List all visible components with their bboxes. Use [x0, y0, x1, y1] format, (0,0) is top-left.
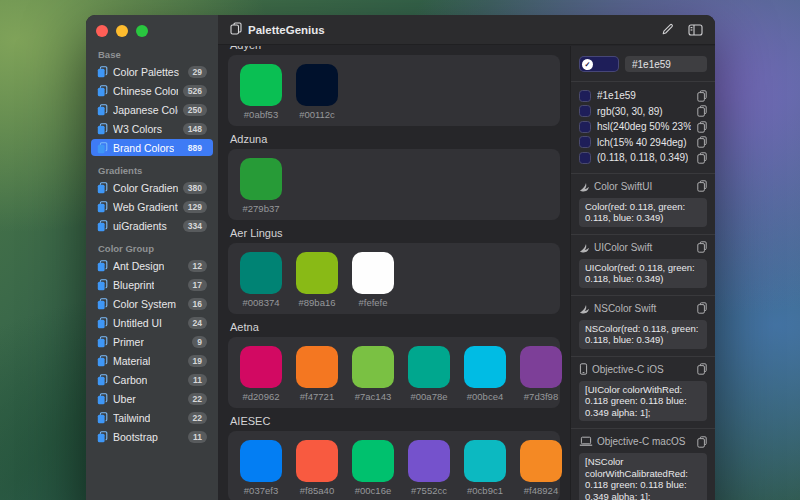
sidebar-item-uigradients[interactable]: uiGradients334 — [91, 217, 213, 234]
format-row[interactable]: #1e1e59 — [579, 88, 707, 104]
palette-name: AIESEC — [230, 415, 570, 427]
sidebar-item-w3-colors[interactable]: W3 Colors148 — [91, 120, 213, 137]
palette-name: Aetna — [230, 321, 570, 333]
color-well[interactable]: ✓ — [579, 56, 619, 72]
clipboard-icon[interactable] — [697, 180, 707, 192]
color-swatch[interactable] — [240, 64, 282, 106]
sidebar-item-color-system[interactable]: Color System16 — [91, 295, 213, 312]
clipboard-icon[interactable] — [697, 152, 707, 164]
snippet-code: NSColor(red: 0.118, green: 0.118, blue: … — [579, 320, 707, 349]
sidebar-item-bootstrap[interactable]: Bootstrap11 — [91, 428, 213, 445]
clipboard-icon[interactable] — [697, 105, 707, 117]
clipboard-icon[interactable] — [697, 90, 707, 102]
format-row[interactable]: hsl(240deg 50% 23%) — [579, 119, 707, 135]
color-swatch[interactable] — [240, 440, 282, 482]
snippet-title: UIColor Swift — [594, 242, 652, 253]
sidebar-item-blueprint[interactable]: Blueprint17 — [91, 276, 213, 293]
color-swatch[interactable] — [464, 440, 506, 482]
color-swatch[interactable] — [296, 64, 338, 106]
swatch-hex-label: #0cb9c1 — [464, 485, 506, 496]
hex-input[interactable] — [625, 56, 707, 72]
color-swatch[interactable] — [296, 346, 338, 388]
format-swatch — [579, 90, 591, 102]
swatch-hex-label: #f47721 — [296, 391, 338, 402]
swatch-block: #f85a40 — [296, 440, 338, 496]
palette-doc-icon — [97, 85, 108, 97]
swatch-block: #7ac143 — [352, 346, 394, 402]
clipboard-icon[interactable] — [697, 121, 707, 133]
snippet-title: Color SwiftUI — [594, 181, 652, 192]
sidebar-item-japanese-color[interactable]: Japanese Color250 — [91, 101, 213, 118]
count-badge: 526 — [183, 85, 207, 97]
color-swatch[interactable] — [240, 158, 282, 200]
snippet-color-swiftui: Color SwiftUIColor(red: 0.118, green: 0.… — [571, 173, 715, 234]
color-swatch[interactable] — [352, 346, 394, 388]
color-swatch[interactable] — [296, 252, 338, 294]
color-swatch[interactable] — [352, 252, 394, 294]
clipboard-icon[interactable] — [697, 363, 707, 375]
palette-section-aer-lingus: Aer Lingus#008374#89ba16#fefefe — [218, 227, 570, 314]
sidebar-item-carbon[interactable]: Carbon11 — [91, 371, 213, 388]
sidebar-item-primer[interactable]: Primer9 — [91, 333, 213, 350]
format-row[interactable]: lch(15% 40 294deg) — [579, 135, 707, 151]
color-swatch[interactable] — [520, 346, 562, 388]
sidebar-item-untitled-ui[interactable]: Untitled UI24 — [91, 314, 213, 331]
palette-doc-icon — [97, 123, 108, 135]
swatch-hex-label: #7d3f98 — [520, 391, 562, 402]
sidebar-item-web-gradients[interactable]: Web Gradients129 — [91, 198, 213, 215]
divider — [571, 81, 715, 82]
sidebar-item-tailwind[interactable]: Tailwind22 — [91, 409, 213, 426]
sidebar-item-uber[interactable]: Uber22 — [91, 390, 213, 407]
swatch-hex-label: #037ef3 — [240, 485, 282, 496]
format-value: (0.118, 0.118, 0.349) — [597, 152, 688, 163]
swift-icon — [579, 242, 590, 253]
palette-doc-icon — [97, 66, 108, 78]
count-badge: 22 — [188, 393, 207, 405]
snippet-code: Color(red: 0.118, green: 0.118, blue: 0.… — [579, 198, 707, 227]
sidebar-item-brand-colors[interactable]: Brand Colors889 — [91, 139, 213, 156]
count-badge: 250 — [183, 104, 207, 116]
format-value: hsl(240deg 50% 23%) — [597, 121, 691, 132]
color-picker-check-icon: ✓ — [582, 59, 593, 70]
sidebar-item-color-gradients[interactable]: Color Gradients380 — [91, 179, 213, 196]
swatch-hex-label: #00bce4 — [464, 391, 506, 402]
palette-scroll-area[interactable]: Adyen#0abf53#00112cAdzuna#279b37Aer Ling… — [218, 46, 570, 500]
sidebar-item-color-palettes[interactable]: Color Palettes29 — [91, 63, 213, 80]
close-window-button[interactable] — [96, 25, 108, 37]
format-swatch — [579, 152, 591, 164]
snippet-title: Objective-C macOS — [597, 436, 685, 447]
zoom-window-button[interactable] — [136, 25, 148, 37]
sidebar-item-chinese-colors[interactable]: Chinese Colors526 — [91, 82, 213, 99]
color-swatch[interactable] — [408, 346, 450, 388]
snippet-header: Objective-C macOS — [579, 435, 707, 448]
titlebar-actions — [661, 23, 703, 36]
clipboard-icon[interactable] — [697, 436, 707, 448]
panel-toggle-icon[interactable] — [688, 24, 703, 36]
pencil-icon[interactable] — [661, 23, 674, 36]
color-swatch[interactable] — [408, 440, 450, 482]
clipboard-icon[interactable] — [697, 136, 707, 148]
swatch-hex-label: #00a78e — [408, 391, 450, 402]
palette-doc-icon — [97, 142, 108, 154]
sidebar-item-material[interactable]: Material19 — [91, 352, 213, 369]
minimize-window-button[interactable] — [116, 25, 128, 37]
clipboard-icon[interactable] — [697, 241, 707, 253]
count-badge: 148 — [183, 123, 207, 135]
format-row[interactable]: (0.118, 0.118, 0.349) — [579, 150, 707, 166]
color-swatch[interactable] — [240, 346, 282, 388]
sidebar-item-ant-design[interactable]: Ant Design12 — [91, 257, 213, 274]
snippet-header: NSColor Swift — [579, 302, 707, 315]
color-swatch[interactable] — [520, 440, 562, 482]
clipboard-icon[interactable] — [697, 302, 707, 314]
color-swatch[interactable] — [240, 252, 282, 294]
format-row[interactable]: rgb(30, 30, 89) — [579, 104, 707, 120]
palette-doc-icon — [97, 336, 108, 348]
sidebar-item-label: Color Palettes — [113, 66, 179, 78]
color-swatch[interactable] — [296, 440, 338, 482]
snippet-title: NSColor Swift — [594, 303, 656, 314]
swatch-hex-label: #7552cc — [408, 485, 450, 496]
snippet-nscolor-swift: NSColor SwiftNSColor(red: 0.118, green: … — [571, 295, 715, 356]
color-swatch[interactable] — [464, 346, 506, 388]
color-input-row: ✓ — [579, 56, 707, 72]
color-swatch[interactable] — [352, 440, 394, 482]
